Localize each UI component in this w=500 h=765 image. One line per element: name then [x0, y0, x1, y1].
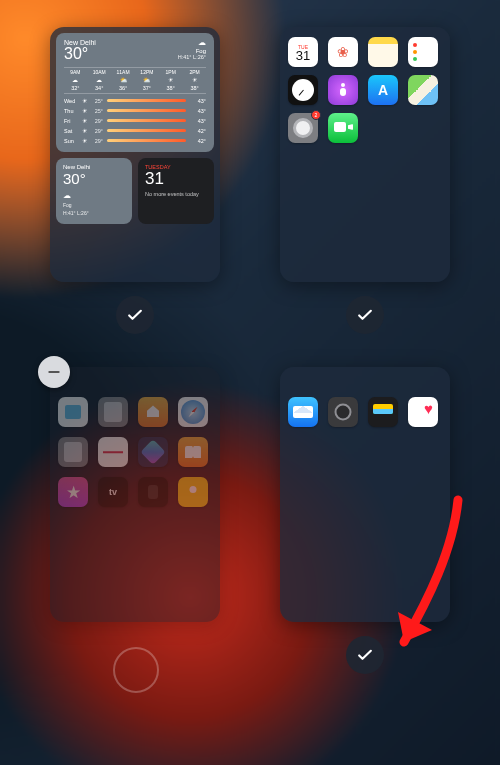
wallet-app-icon [368, 397, 398, 427]
weather-cond: Fog [178, 48, 206, 55]
weather-cond-icon: ☁ [178, 39, 206, 48]
weather-sm-icon: ☁ [63, 191, 125, 200]
home-page-thumbnail-3[interactable] [50, 367, 220, 622]
home-page-thumbnail-2[interactable]: TUE 31 2 [280, 27, 450, 282]
clock-app-icon [288, 75, 318, 105]
weather-widget-small: New Delhi 30° ☁ Fog H:41° L:26° [56, 158, 132, 224]
remove-page-button[interactable] [38, 356, 70, 388]
files-app-icon [58, 397, 88, 427]
books-app-icon [178, 437, 208, 467]
calendar-app-icon: TUE 31 [288, 37, 318, 67]
tv-app-icon [98, 477, 128, 507]
contacts-app-icon [58, 437, 88, 467]
home-page-thumbnail-4[interactable] [280, 367, 450, 622]
weather-widget-large: New Delhi 30° ☁ Fog H:41° L:26° 9AM☁32°1… [56, 33, 214, 152]
page-visible-toggle-1[interactable] [116, 296, 154, 334]
check-icon [355, 305, 375, 325]
weather-sm-cond: Fog [63, 202, 125, 208]
settings-app-icon: 2 [288, 113, 318, 143]
health-app-icon [408, 397, 438, 427]
cal-icon-day: 31 [296, 50, 310, 62]
weather-hilo: H:41° L:26° [178, 54, 206, 60]
page-visible-toggle-3[interactable] [113, 647, 159, 693]
health-app-icon [98, 437, 128, 467]
cal-day: 31 [145, 170, 207, 187]
watch-app-icon [138, 477, 168, 507]
minus-icon [46, 364, 62, 380]
stocks-app-icon [138, 437, 168, 467]
maps-app-icon [408, 75, 438, 105]
check-icon [355, 645, 375, 665]
app-grid: TUE 31 2 [280, 27, 450, 153]
weather-sm-hilo: H:41° L:26° [63, 210, 125, 216]
weather-temp: 30° [64, 45, 96, 63]
cal-note: No more events today [145, 191, 207, 197]
camera-app-icon [328, 397, 358, 427]
shortcuts-app-icon [178, 397, 208, 427]
weather-sm-temp: 30° [63, 170, 125, 187]
check-icon [125, 305, 145, 325]
itunes-app-icon [58, 477, 88, 507]
findmy-app-icon [98, 397, 128, 427]
reminders-app-icon [408, 37, 438, 67]
appstore-app-icon [368, 75, 398, 105]
facetime-app-icon [328, 113, 358, 143]
app-grid [280, 367, 450, 435]
settings-badge: 2 [311, 110, 321, 120]
weather-daily: Wed☀25°43°Thu☀25°43°Fri☀29°43°Sat☀29°42°… [64, 96, 206, 146]
weather-hourly: 9AM☁32°10AM☁34°11AM⛅36°12PM⛅37°1PM☀38°2P… [64, 67, 206, 94]
calendar-widget-small: Tuesday 31 No more events today [138, 158, 214, 224]
page-visible-toggle-2[interactable] [346, 296, 384, 334]
home-page-thumbnail-1[interactable]: New Delhi 30° ☁ Fog H:41° L:26° 9AM☁32°1… [50, 27, 220, 282]
app-grid [50, 367, 220, 515]
photos-app-icon [328, 37, 358, 67]
podcasts-app-icon [328, 75, 358, 105]
notes-app-icon [368, 37, 398, 67]
tips-app-icon [178, 477, 208, 507]
mail-app-icon [288, 397, 318, 427]
page-visible-toggle-4[interactable] [346, 636, 384, 674]
home-app-icon [138, 397, 168, 427]
